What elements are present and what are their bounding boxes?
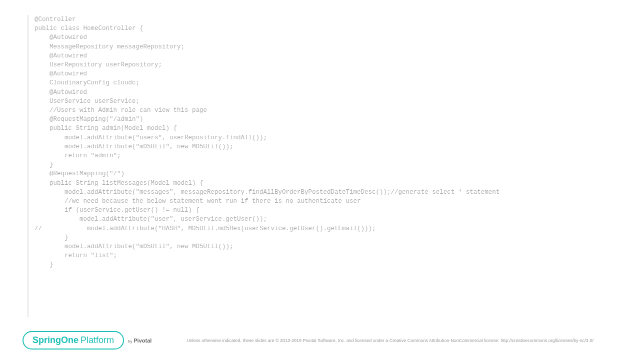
code-line: CloudinaryConfig cloudc; [34, 78, 624, 87]
code-line: UserService userService; [34, 97, 624, 106]
code-line: public String admin(Model model) { [34, 124, 624, 133]
code-line: } [34, 233, 624, 242]
footer: SpringOne Platform by Pivotal Unless oth… [22, 331, 622, 350]
code-line: model.addAttribute("mD5Util", new MD5Uti… [34, 242, 624, 251]
code-line: // model.addAttribute("HASH", MD5Util.md… [34, 224, 624, 233]
code-line: public String listMessages(Model model) … [34, 179, 624, 188]
code-line: @Autowired [34, 88, 624, 97]
code-line: @RequestMapping("/admin") [34, 115, 624, 124]
logo-springone: SpringOne [32, 335, 78, 346]
code-line: @Autowired [34, 51, 624, 60]
springone-logo: SpringOne Platform [22, 331, 124, 350]
code-line: if (userService.getUser() != null) { [34, 206, 624, 215]
code-line: return "list"; [34, 251, 624, 260]
code-line: model.addAttribute("users", userReposito… [34, 133, 624, 142]
code-line: @RequestMapping("/") [34, 169, 624, 178]
code-block: @Controller public class HomeController … [28, 15, 624, 317]
code-line: //we need because the below statement wo… [34, 197, 624, 206]
code-line: } [34, 260, 624, 269]
code-line: model.addAttribute("mD5Util", new MD5Uti… [34, 142, 624, 151]
code-line: model.addAttribute("messages", messageRe… [34, 188, 624, 197]
code-line: return "admin"; [34, 151, 624, 160]
code-line: model.addAttribute("user", userService.g… [34, 215, 624, 224]
by-pivotal: by Pivotal [128, 338, 152, 344]
code-line: @Autowired [34, 69, 624, 78]
code-line: MessageRepository messageRepository; [34, 42, 624, 51]
code-line: //Users with Admin role can view this pa… [34, 106, 624, 115]
code-line: UserRepository userRepository; [34, 60, 624, 69]
code-line: public class HomeController { [34, 24, 624, 33]
code-line: @Autowired [34, 33, 624, 42]
code-line: } [34, 160, 624, 169]
logo-platform: Platform [80, 335, 114, 346]
pivotal-text: Pivotal [134, 338, 152, 344]
code-line: @Controller [34, 15, 624, 24]
copyright-text: Unless otherwise indicated, these slides… [186, 338, 594, 343]
by-text: by [128, 339, 132, 344]
